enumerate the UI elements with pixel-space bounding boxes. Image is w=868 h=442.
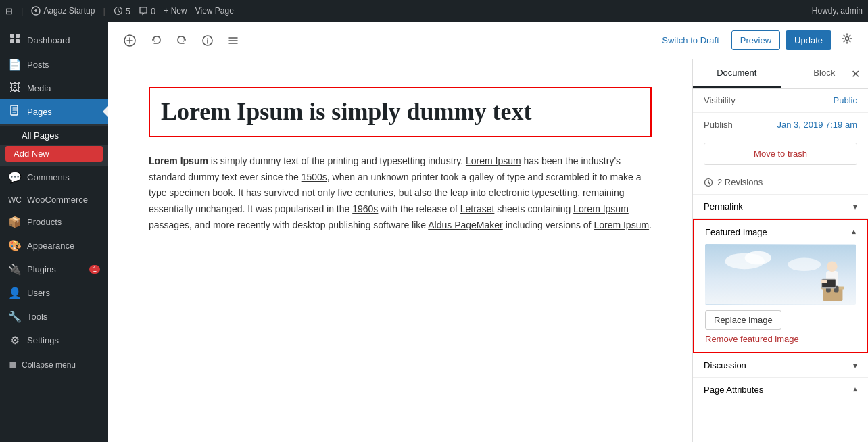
sidebar-item-plugins[interactable]: 🔌 Plugins 1	[0, 257, 108, 281]
add-new-link[interactable]: Add New	[5, 146, 103, 162]
link-1500s[interactable]: 1500s	[302, 172, 327, 182]
permalink-section[interactable]: Permalink ▾	[693, 195, 868, 219]
body-part5: sheets containing	[494, 203, 573, 214]
sidebar-item-comments[interactable]: 💬 Comments	[0, 166, 108, 189]
page-title-text[interactable]: Lorem Ipsum is simply dummy text	[161, 96, 640, 128]
body-intro-bold: Lorem Ipsum	[149, 155, 208, 166]
publish-date-value[interactable]: Jan 3, 2019 7:19 am	[777, 120, 857, 130]
sidebar-item-posts[interactable]: 📄 Posts	[0, 53, 108, 76]
sidebar-item-label: Posts	[27, 59, 49, 70]
sidebar-item-dashboard[interactable]: Dashboard	[0, 27, 108, 53]
svg-rect-4	[10, 39, 14, 43]
comments-icon	[139, 6, 148, 16]
page-attributes-section[interactable]: Page Attributes ▾	[693, 378, 868, 401]
add-block-button[interactable]	[119, 30, 141, 51]
body-part1: is simply dummy text of the printing and…	[208, 155, 466, 166]
site-name-link[interactable]: Aagaz Startup	[43, 6, 95, 16]
featured-image-section: Featured Image ▾	[693, 219, 868, 353]
undo-button[interactable]	[146, 30, 166, 51]
remove-featured-image-link[interactable]: Remove featured image	[705, 334, 856, 344]
comments-count[interactable]: 0	[139, 6, 155, 16]
sidebar-item-settings[interactable]: ⚙ Settings	[0, 328, 108, 352]
body-part8: .	[649, 220, 652, 230]
link-aldus[interactable]: Aldus PageMaker	[428, 220, 503, 230]
visibility-value[interactable]: Public	[834, 95, 857, 105]
gear-icon	[841, 32, 853, 45]
list-view-button[interactable]	[223, 30, 243, 51]
editor-topbar: Switch to Draft Preview Update	[108, 22, 868, 59]
discussion-label: Discussion	[704, 360, 746, 370]
view-page-link[interactable]: View Page	[195, 6, 234, 16]
sidebar: Dashboard 📄 Posts 🖼 Media Pages All Page…	[0, 22, 108, 442]
discussion-chevron-icon: ▾	[853, 361, 857, 370]
sidebar-item-label: Plugins	[27, 264, 56, 274]
visibility-label: Visibility	[704, 95, 736, 105]
right-panel: Document Block ✕ Visibility Public Publi…	[692, 59, 868, 442]
revisions-icon	[704, 178, 713, 187]
revisions-row[interactable]: 2 Revisions	[693, 170, 868, 195]
home-icon	[31, 6, 41, 16]
body-part4: with the release of	[378, 203, 460, 214]
howdy-text: Howdy, admin	[812, 6, 863, 16]
sidebar-arrow	[103, 106, 108, 117]
collapse-menu-button[interactable]: Collapse menu	[0, 352, 108, 378]
collapse-menu-label: Collapse menu	[22, 360, 76, 370]
appearance-icon: 🎨	[8, 239, 22, 252]
sidebar-item-pages[interactable]: Pages	[0, 99, 108, 124]
svg-rect-24	[821, 280, 827, 283]
sidebar-item-appearance[interactable]: 🎨 Appearance	[0, 234, 108, 257]
link-lorem-ipsum-3[interactable]: Lorem Ipsum	[594, 220, 649, 230]
editor-main[interactable]: Lorem Ipsum is simply dummy text Lorem I…	[108, 59, 692, 442]
sidebar-item-users[interactable]: 👤 Users	[0, 281, 108, 305]
revisions-count[interactable]: 5	[114, 6, 130, 16]
lorem-ipsum-link-1[interactable]: Lorem Ipsum	[466, 155, 521, 166]
editor-content: Lorem Ipsum is simply dummy text Lorem I…	[108, 59, 868, 442]
visibility-row: Visibility Public	[693, 89, 868, 113]
sidebar-item-products[interactable]: 📦 Products	[0, 210, 108, 234]
all-pages-link[interactable]: All Pages	[0, 126, 108, 145]
sidebar-item-media[interactable]: 🖼 Media	[0, 76, 108, 99]
new-content-link[interactable]: + New	[164, 6, 187, 16]
update-button[interactable]: Update	[786, 30, 831, 50]
featured-image-body: Replace image Remove featured image	[694, 244, 867, 352]
discussion-section[interactable]: Discussion ▾	[693, 353, 868, 378]
svg-rect-5	[16, 39, 20, 43]
permalink-label: Permalink	[704, 201, 743, 212]
collapse-icon	[8, 360, 18, 370]
link-letraset[interactable]: Letraset	[460, 203, 495, 214]
link-1960s[interactable]: 1960s	[352, 203, 378, 214]
media-icon: 🖼	[8, 82, 22, 94]
info-button[interactable]	[197, 30, 218, 51]
sidebar-item-label: Appearance	[27, 241, 74, 251]
move-to-trash-button[interactable]: Move to trash	[704, 143, 857, 165]
body-content[interactable]: Lorem Ipsum is simply dummy text of the …	[149, 153, 652, 234]
posts-icon: 📄	[8, 58, 22, 71]
redo-button[interactable]	[172, 30, 192, 51]
sidebar-item-label: Pages	[27, 107, 52, 117]
sidebar-item-label: Products	[27, 217, 62, 227]
sidebar-item-tools[interactable]: 🔧 Tools	[0, 305, 108, 328]
tools-icon: 🔧	[8, 310, 22, 323]
sidebar-item-label: Users	[27, 288, 50, 298]
replace-image-button[interactable]: Replace image	[705, 310, 781, 330]
preview-button[interactable]: Preview	[731, 30, 780, 50]
page-title-block[interactable]: Lorem Ipsum is simply dummy text	[149, 87, 652, 137]
link-lorem-ipsum-2[interactable]: Lorem Ipsum	[573, 203, 629, 214]
featured-image-preview	[705, 244, 856, 305]
admin-bar: ⊞ | Aagaz Startup | 5 0 + New View Page …	[0, 0, 868, 22]
svg-point-21	[827, 261, 838, 272]
panel-close-button[interactable]: ✕	[843, 68, 868, 80]
page-attributes-label: Page Attributes	[704, 385, 763, 395]
site-name[interactable]: Aagaz Startup	[31, 6, 95, 16]
panel-tabs: Document Block ✕	[693, 59, 868, 89]
settings-gear-button[interactable]	[837, 28, 857, 52]
woocommerce-icon: WC	[8, 195, 22, 205]
featured-image-label: Featured Image	[705, 227, 767, 237]
revisions-icon	[114, 6, 123, 16]
sidebar-item-label: Comments	[27, 172, 70, 182]
featured-image-header[interactable]: Featured Image ▾	[694, 220, 867, 244]
switch-to-draft-button[interactable]: Switch to Draft	[655, 31, 726, 49]
tab-document[interactable]: Document	[693, 59, 781, 88]
wp-logo-icon[interactable]: ⊞	[5, 6, 13, 16]
sidebar-item-woocommerce[interactable]: WC WooCommerce	[0, 189, 108, 210]
